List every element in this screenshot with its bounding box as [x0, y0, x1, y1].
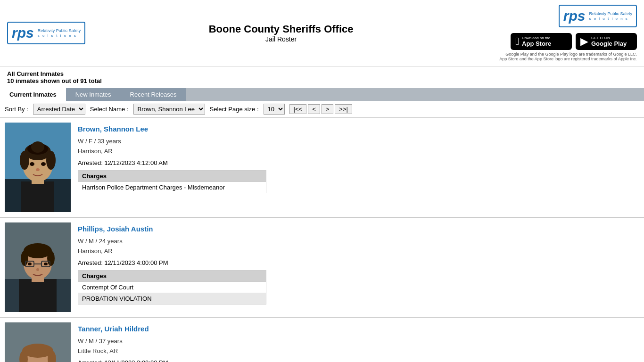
sort-label: Sort By : [5, 106, 28, 113]
app-store-sub: Download on the [522, 36, 551, 40]
inmate-photo [5, 222, 71, 312]
inmate-list: Brown, Shannon Lee W / F / 33 years Harr… [0, 118, 644, 362]
first-page-button[interactable]: |<< [289, 104, 307, 114]
right-logo-rps: rps [563, 8, 586, 24]
page-subtitle: Jail Roster [85, 35, 477, 43]
svg-point-8 [46, 151, 56, 170]
charges-header: Charges [78, 271, 266, 282]
app-disclaimer: Google Play and the Google Play logo are… [499, 52, 637, 61]
left-logo: rps Relativity Public Safety s o l u t i… [7, 22, 85, 44]
table-row: Phillips, Josiah Austin W / M / 24 years… [0, 218, 644, 318]
page-header: rps Relativity Public Safety s o l u t i… [0, 0, 644, 66]
controls-bar: Sort By : Arrested Date Select Name : Br… [0, 101, 644, 118]
page-size-select[interactable]: 10 25 50 [264, 104, 285, 115]
inmate-summary: All Current Inmates 10 inmates shown out… [0, 66, 644, 88]
svg-rect-2 [21, 181, 54, 212]
inmate-demographics: W / M / 24 years Harrison, AR [78, 237, 639, 256]
header-right: rps Relativity Public Safety s o l u t i… [477, 5, 637, 61]
apple-icon:  [515, 35, 519, 48]
charges-header: Charges [78, 171, 266, 182]
prev-page-button[interactable]: < [308, 104, 320, 114]
page-title-block: Boone County Sheriffs Office Jail Roster [85, 23, 477, 43]
inmate-details: Tanner, Uriah Hildred W / M / 37 years L… [78, 322, 639, 362]
page-size-label: Select Page size : [210, 106, 259, 113]
left-logo-text: Relativity Public Safety s o l u t i o n… [38, 28, 81, 38]
inmate-details: Brown, Shannon Lee W / F / 33 years Harr… [78, 123, 639, 212]
right-logo-line1: Relativity Public Safety [589, 11, 632, 17]
right-logo-text-block: Relativity Public Safety s o l u t i o n… [589, 11, 632, 21]
app-store-text: Download on the App Store [522, 36, 551, 47]
left-logo-line1: Relativity Public Safety [38, 28, 81, 34]
svg-point-26 [36, 268, 39, 271]
inmate-name: Phillips, Josiah Austin [78, 225, 639, 233]
svg-rect-15 [19, 279, 57, 312]
svg-point-24 [28, 263, 32, 265]
sort-select[interactable]: Arrested Date [33, 104, 85, 115]
svg-point-20 [47, 251, 55, 266]
charge-row: Harrison Police Department Charges - Mis… [78, 182, 266, 193]
charge-row: Contempt Of Court [78, 282, 266, 293]
google-play-main: Google Play [591, 40, 627, 47]
left-logo-line2: s o l u t i o n s [38, 33, 81, 38]
google-play-icon: ▶ [580, 35, 588, 48]
inmate-name: Tanner, Uriah Hildred [78, 325, 639, 333]
google-play-sub: GET IT ON [591, 36, 627, 40]
google-play-text: GET IT ON Google Play [591, 36, 627, 47]
svg-point-25 [44, 263, 48, 265]
last-page-button[interactable]: >>| [335, 104, 352, 114]
tab-current-inmates[interactable]: Current Inmates [0, 88, 66, 101]
left-logo-rps: rps [12, 25, 34, 41]
pagination-buttons: |<< < > >>| [289, 104, 352, 114]
inmate-arrested: Arrested: 12/12/2023 4:12:00 AM [78, 159, 639, 166]
table-row: Tanner, Uriah Hildred W / M / 37 years L… [0, 318, 644, 362]
charges-table: Charges Contempt Of Court PROBATION VIOL… [78, 270, 266, 304]
app-buttons:  Download on the App Store ▶ GET IT ON … [511, 33, 637, 50]
svg-point-12 [36, 168, 40, 171]
svg-point-7 [20, 151, 29, 170]
name-select[interactable]: Brown, Shannon Lee [133, 104, 205, 115]
app-store-main: App Store [522, 40, 551, 47]
nav-tabs: Current Inmates New Inmates Recent Relea… [0, 88, 644, 101]
inmate-arrested: Arrested: 12/11/2023 4:00:00 PM [78, 259, 639, 266]
svg-point-11 [41, 162, 46, 166]
right-logo-line2: s o l u t i o n s [589, 16, 632, 21]
summary-line2: 10 inmates shown out of 91 total [7, 77, 102, 84]
charges-table: Charges Harrison Police Department Charg… [78, 170, 266, 193]
inmate-demographics: W / F / 33 years Harrison, AR [78, 137, 639, 156]
charge-row: PROBATION VIOLATION [78, 293, 266, 304]
name-label: Select Name : [90, 106, 129, 113]
inmate-details: Phillips, Josiah Austin W / M / 24 years… [78, 222, 639, 312]
inmate-photo [5, 123, 71, 212]
svg-point-9 [31, 141, 44, 153]
summary-line1: All Current Inmates [7, 70, 64, 77]
inmate-photo [5, 322, 71, 362]
svg-point-19 [21, 251, 28, 266]
table-row: Brown, Shannon Lee W / F / 33 years Harr… [0, 118, 644, 218]
svg-point-10 [30, 162, 34, 166]
next-page-button[interactable]: > [322, 104, 334, 114]
page-title: Boone County Sheriffs Office [85, 23, 477, 35]
inmate-arrested: Arrested: 12/11/2023 3:00:00 PM [78, 359, 639, 362]
inmate-demographics: W / M / 37 years Little Rock, AR [78, 337, 639, 356]
app-store-button[interactable]:  Download on the App Store [511, 33, 572, 50]
tab-recent-releases[interactable]: Recent Releases [121, 88, 186, 101]
google-play-button[interactable]: ▶ GET IT ON Google Play [576, 33, 637, 50]
tab-new-inmates[interactable]: New Inmates [66, 88, 121, 101]
inmate-name: Brown, Shannon Lee [78, 125, 639, 133]
right-logo: rps Relativity Public Safety s o l u t i… [559, 5, 637, 27]
